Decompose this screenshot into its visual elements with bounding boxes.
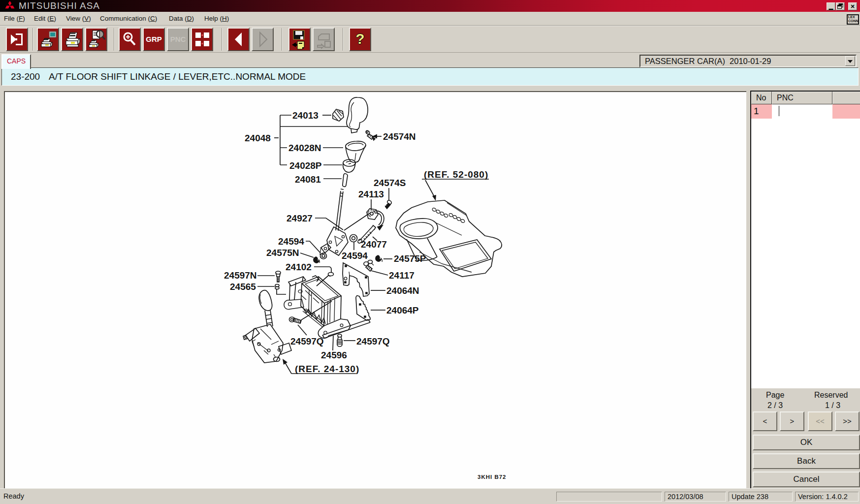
svg-text:24596: 24596 bbox=[321, 350, 347, 360]
svg-text:24597N: 24597N bbox=[224, 270, 257, 281]
svg-text:24575N: 24575N bbox=[266, 248, 299, 258]
svg-text:24077: 24077 bbox=[361, 239, 387, 250]
svg-text:24064P: 24064P bbox=[386, 305, 419, 315]
svg-text:24064N: 24064N bbox=[386, 285, 419, 296]
svg-text:24048: 24048 bbox=[245, 133, 271, 143]
svg-text:24574N: 24574N bbox=[383, 131, 416, 142]
svg-text:3KHI B72: 3KHI B72 bbox=[478, 474, 507, 480]
svg-text:24117: 24117 bbox=[389, 270, 414, 281]
svg-text:24594: 24594 bbox=[342, 251, 368, 261]
svg-text:24028N: 24028N bbox=[288, 143, 321, 153]
svg-text:24113: 24113 bbox=[358, 189, 384, 199]
svg-text:24013: 24013 bbox=[292, 110, 319, 121]
svg-text:24028P: 24028P bbox=[289, 160, 322, 171]
svg-text:24565: 24565 bbox=[230, 282, 256, 292]
svg-text:24597Q: 24597Q bbox=[356, 336, 390, 346]
svg-text:(REF. 52-080): (REF. 52-080) bbox=[424, 169, 488, 180]
svg-text:24594: 24594 bbox=[278, 236, 304, 247]
svg-text:24575P: 24575P bbox=[394, 253, 426, 264]
svg-text:(REF. 24-130): (REF. 24-130) bbox=[295, 364, 359, 374]
svg-text:24081: 24081 bbox=[295, 174, 321, 185]
svg-text:24102: 24102 bbox=[286, 262, 312, 272]
svg-text:24597Q: 24597Q bbox=[290, 336, 324, 346]
svg-text:24574S: 24574S bbox=[374, 178, 406, 188]
svg-text:24927: 24927 bbox=[287, 213, 313, 223]
